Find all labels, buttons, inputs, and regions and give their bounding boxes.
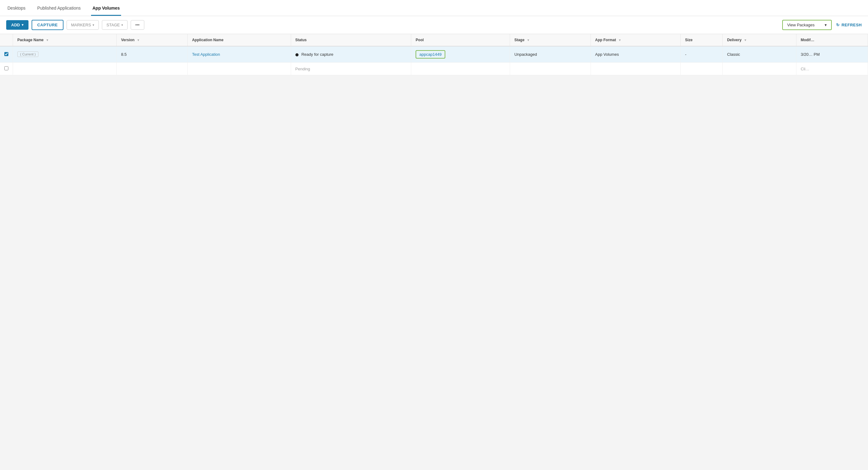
version-cell: 8.5	[117, 46, 188, 63]
modified-cell: Cli…	[796, 63, 868, 75]
app-format-cell: App Volumes	[591, 46, 681, 63]
pool-cell	[411, 63, 510, 75]
application-name-cell[interactable]: Test Application	[188, 46, 291, 63]
col-version-header[interactable]: Version ▼	[117, 34, 188, 46]
table-row[interactable]: Pending Cli…	[0, 63, 868, 75]
status-cell: Ready for capture	[291, 46, 411, 63]
chevron-down-icon: ▾	[825, 23, 827, 27]
delivery-cell	[722, 63, 796, 75]
delivery-cell: Classic	[722, 46, 796, 63]
package-name-cell: ( Current )	[13, 46, 117, 63]
size-cell	[681, 63, 723, 75]
app-format-cell	[591, 63, 681, 75]
status-cell: Pending	[291, 63, 411, 75]
status-dot-icon	[296, 53, 299, 56]
row-checkbox[interactable]	[0, 63, 13, 75]
package-name-cell	[13, 63, 117, 75]
refresh-label: REFRESH	[841, 23, 862, 27]
refresh-icon: ↻	[836, 23, 840, 27]
more-button[interactable]: •••	[131, 20, 144, 30]
col-checkbox-header	[0, 34, 13, 46]
markers-button[interactable]: MARKERS	[67, 20, 99, 30]
pool-link[interactable]: appcap1449	[415, 50, 445, 59]
version-cell	[117, 63, 188, 75]
packages-table: Package Name ▼ Version ▼ Application Nam…	[0, 34, 868, 75]
filter-icon: ▼	[618, 38, 621, 42]
col-application-name-header[interactable]: Application Name	[188, 34, 291, 46]
tab-desktops[interactable]: Desktops	[6, 1, 27, 16]
filter-icon: ▼	[527, 38, 530, 42]
capture-button[interactable]: CAPTURE	[32, 20, 63, 30]
tab-app-volumes[interactable]: App Volumes	[91, 1, 121, 16]
modified-cell: 3/20… PM	[796, 46, 868, 63]
table-row[interactable]: ( Current ) 8.5 Test Application Ready f…	[0, 46, 868, 63]
col-stage-header[interactable]: Stage ▼	[510, 34, 591, 46]
top-nav: Desktops Published Applications App Volu…	[0, 0, 868, 16]
col-app-format-header[interactable]: App Format ▼	[591, 34, 681, 46]
refresh-button[interactable]: ↻ REFRESH	[836, 23, 862, 27]
size-cell: -	[681, 46, 723, 63]
application-name-cell	[188, 63, 291, 75]
col-modified-header[interactable]: Modif…	[796, 34, 868, 46]
view-packages-label: View Packages	[787, 23, 815, 27]
col-delivery-header[interactable]: Delivery ▼	[722, 34, 796, 46]
filter-icon: ▼	[744, 38, 747, 42]
toolbar: ADD CAPTURE MARKERS STAGE ••• View Packa…	[0, 16, 868, 34]
filter-icon: ▼	[46, 38, 49, 42]
view-packages-button[interactable]: View Packages ▾	[782, 20, 832, 30]
status-label: Ready for capture	[301, 52, 333, 57]
current-tag: ( Current )	[17, 52, 38, 57]
col-status-header[interactable]: Status	[291, 34, 411, 46]
stage-cell: Unpackaged	[510, 46, 591, 63]
tab-published-applications[interactable]: Published Applications	[36, 1, 82, 16]
stage-cell	[510, 63, 591, 75]
pool-cell[interactable]: appcap1449	[411, 46, 510, 63]
application-name-link[interactable]: Test Application	[192, 52, 220, 57]
col-pool-header[interactable]: Pool	[411, 34, 510, 46]
col-size-header[interactable]: Size	[681, 34, 723, 46]
stage-button[interactable]: STAGE	[102, 20, 128, 30]
row-checkbox[interactable]	[0, 46, 13, 63]
table-header-row: Package Name ▼ Version ▼ Application Nam…	[0, 34, 868, 46]
filter-icon: ▼	[137, 38, 140, 42]
col-package-name-header[interactable]: Package Name ▼	[13, 34, 117, 46]
add-button[interactable]: ADD	[6, 20, 29, 30]
